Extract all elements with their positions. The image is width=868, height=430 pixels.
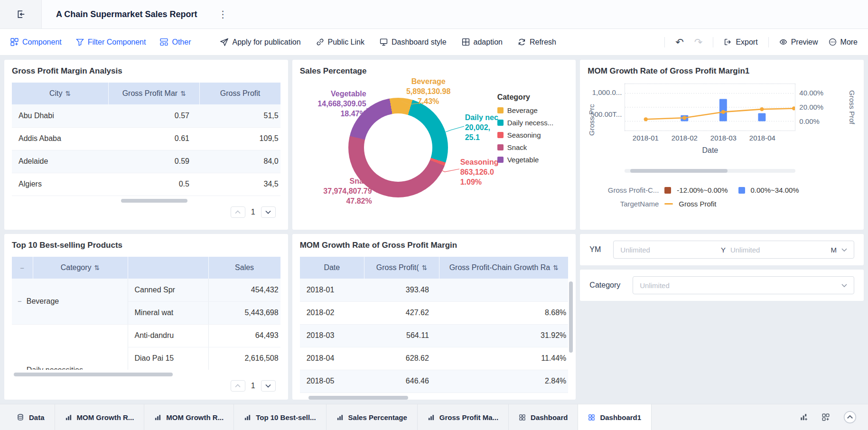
callout-name: Daily nec	[465, 113, 498, 123]
category-group-cell[interactable]: −Beverage	[12, 279, 128, 324]
table-row: 2018-02427.628.68%	[300, 301, 569, 324]
cell-margin: 0.59	[109, 150, 200, 173]
donut-chart-area: Vegetable 14,668,309.05 18.47% Beverage …	[300, 79, 569, 221]
tab-dashboard1-active[interactable]: Dashboard1	[578, 404, 652, 430]
horizontal-scrollbar[interactable]	[14, 373, 173, 376]
page-up-button[interactable]	[231, 380, 245, 392]
column-header-category[interactable]: Category⇅	[33, 257, 128, 279]
collapse-all-header[interactable]: −	[12, 257, 33, 279]
column-header-sales[interactable]: Sales	[208, 257, 280, 279]
cell-growth: 2.84%	[439, 370, 569, 393]
table-row: Algiers0.534,5	[12, 173, 280, 196]
tab-sales-percentage[interactable]: Sales Percentage	[327, 404, 418, 430]
column-header-gross-profit[interactable]: Gross Profit	[200, 83, 280, 104]
collapse-icon[interactable]: −	[18, 366, 22, 370]
page-up-button[interactable]	[231, 206, 245, 218]
legend-series-label: TargetName	[588, 200, 659, 208]
other-button[interactable]: Other	[160, 38, 191, 47]
add-dashboard-button[interactable]	[821, 413, 830, 421]
legend-item-seasoning[interactable]: Seasoning	[497, 131, 554, 139]
adaption-button[interactable]: adaption	[462, 38, 503, 47]
x-tick: 2018-01	[629, 134, 662, 142]
panel-gross-profit-margin-analysis: Gross Profit Margin Analysis City⇅ Gross…	[4, 60, 288, 230]
donut-legend: Category Beverage Daily necess... Season…	[497, 93, 554, 168]
more-label: More	[840, 38, 858, 47]
callout-percent: 18.47%	[300, 109, 366, 119]
add-chart-icon	[800, 413, 808, 421]
column-header-city[interactable]: City⇅	[12, 83, 109, 104]
more-button[interactable]: More	[829, 38, 858, 47]
undo-button[interactable]: ↶	[675, 37, 684, 47]
filters-column: YM Unlimited Y Unlimited M Category Unli…	[580, 234, 864, 400]
add-chart-button[interactable]	[800, 413, 808, 421]
column-header-date[interactable]: Date	[300, 257, 364, 279]
legend-line-swatch[interactable]	[664, 203, 673, 205]
bar-chart-icon	[336, 414, 344, 421]
database-icon	[17, 413, 24, 421]
column-header-gross-profit[interactable]: Gross Profit(⇅	[364, 257, 439, 279]
column-header-label: City	[49, 89, 63, 98]
mom-growth-table: Date Gross Profit(⇅ Gross Profit-Chain G…	[300, 257, 569, 393]
component-icon	[10, 38, 19, 46]
chevron-down-icon	[265, 210, 271, 214]
tab-dashboard[interactable]: Dashboard	[509, 404, 578, 430]
table-row: 2018-03564.1131.92%	[300, 324, 569, 347]
category-group-cell[interactable]: −Daily necessities	[12, 324, 128, 370]
tab-gross-profit-margin[interactable]: Gross Profit Ma...	[418, 404, 509, 430]
legend-item-snack[interactable]: Snack	[497, 143, 554, 151]
legend-item-beverage[interactable]: Beverage	[497, 106, 554, 114]
tab-label: Dashboard	[531, 413, 568, 421]
tab-mom-growth-1[interactable]: MOM Growth R...	[55, 404, 145, 430]
filter-component-button[interactable]: Filter Component	[76, 38, 146, 47]
tab-data[interactable]: Data	[7, 404, 55, 430]
callout-daily-necessities: Daily nec 20,002, 25.1	[465, 113, 498, 142]
toolbar-divider	[664, 37, 665, 47]
page-down-button[interactable]	[261, 380, 276, 392]
legend-swatch	[497, 107, 504, 113]
legend-swatch-negative-range[interactable]	[664, 187, 671, 194]
tab-mom-growth-2[interactable]: MOM Growth R...	[144, 404, 234, 430]
horizontal-scrollbar[interactable]	[308, 396, 408, 400]
pagination: 1	[12, 206, 280, 218]
cell-date: 2018-02	[300, 301, 364, 324]
legend-item-vegetable[interactable]: Vegetable	[497, 156, 554, 164]
table-row: −Daily necessities Anti-dandru 64,493	[12, 324, 280, 347]
legend-swatch	[497, 144, 504, 150]
export-button[interactable]: Export	[724, 38, 757, 47]
collapse-tabbar-button[interactable]	[843, 411, 857, 424]
column-header-chain-growth[interactable]: Gross Profit-Chain Growth Ra⇅	[439, 257, 569, 279]
chart-scrollbar[interactable]	[630, 169, 728, 173]
column-header-gross-profit-margin[interactable]: Gross Profit Mar⇅	[109, 83, 200, 104]
ym-filter-input[interactable]: Unlimited Y Unlimited M	[613, 241, 854, 259]
year-placeholder: Unlimited	[620, 246, 650, 254]
dashboard-style-label: Dashboard style	[392, 38, 447, 47]
category-filter-input[interactable]: Unlimited	[633, 276, 854, 294]
component-button[interactable]: Component	[10, 38, 62, 47]
combo-chart-area[interactable]: Gross Prc Gross Prof 1,000.0... 500.00T.…	[588, 78, 856, 180]
callout-name: Snack	[300, 177, 372, 187]
dashboard-canvas: Gross Profit Margin Analysis City⇅ Gross…	[0, 56, 868, 404]
refresh-button[interactable]: Refresh	[518, 38, 556, 47]
legend-swatch-positive-range[interactable]	[738, 187, 745, 194]
panel-title: MOM Growth Rate of Gross Profit Margin	[300, 241, 569, 251]
dashboard-style-button[interactable]: Dashboard style	[380, 38, 447, 47]
style-brush-icon	[380, 38, 388, 46]
title-more-menu[interactable]: ⋮	[218, 9, 227, 19]
callout-value: 14,668,309.05	[300, 99, 366, 109]
page-number: 1	[251, 382, 255, 390]
callout-vegetable: Vegetable 14,668,309.05 18.47%	[300, 89, 366, 119]
page-down-button[interactable]	[261, 206, 276, 218]
cell-profit: 564.11	[364, 324, 439, 347]
public-link-button[interactable]: Public Link	[316, 38, 364, 47]
collapse-icon[interactable]: −	[18, 297, 22, 305]
horizontal-scrollbar[interactable]	[121, 199, 187, 203]
cell-city: Abu Dhabi	[12, 104, 109, 127]
exit-dashboard-button[interactable]	[0, 0, 42, 28]
cell-growth: 11.44%	[439, 347, 569, 370]
redo-button[interactable]: ↷	[694, 37, 703, 47]
apply-for-publication-button[interactable]: Apply for publication	[220, 38, 300, 47]
preview-button[interactable]: Preview	[779, 38, 818, 47]
tab-top10-products[interactable]: Top 10 Best-sell...	[234, 404, 326, 430]
vertical-scrollbar[interactable]	[569, 281, 573, 353]
legend-item-daily-necessities[interactable]: Daily necess...	[497, 119, 554, 127]
